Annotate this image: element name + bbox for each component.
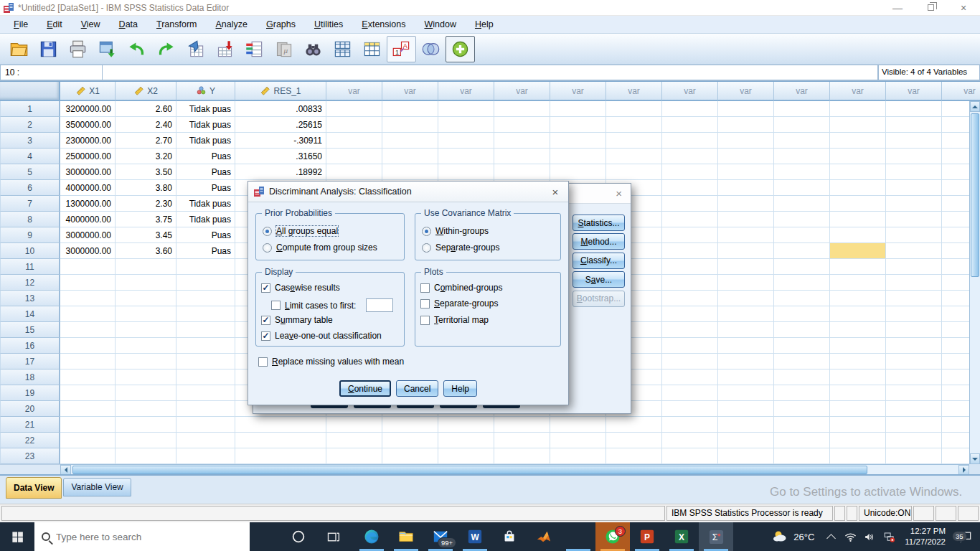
- cell-var[interactable]: [662, 133, 718, 149]
- cell-var[interactable]: [774, 180, 830, 196]
- cell-var[interactable]: [886, 259, 942, 275]
- row-header[interactable]: 7: [0, 196, 60, 212]
- cell-var[interactable]: [718, 291, 774, 306]
- cell-var[interactable]: [550, 101, 606, 117]
- cell-var[interactable]: [662, 243, 718, 259]
- cell-x1[interactable]: [60, 354, 116, 369]
- cell-var[interactable]: [718, 101, 774, 117]
- file-explorer-taskbar-button[interactable]: [389, 522, 423, 551]
- cortana-button[interactable]: [281, 522, 316, 551]
- cell-var[interactable]: [438, 448, 494, 464]
- cell-var[interactable]: [718, 259, 774, 275]
- store-taskbar-button[interactable]: [492, 522, 527, 551]
- cell-var[interactable]: [382, 448, 438, 464]
- open-data-button[interactable]: [4, 36, 34, 62]
- cancel-button[interactable]: Cancel: [396, 380, 438, 397]
- cell-y[interactable]: Tidak puas: [176, 133, 235, 149]
- cell-var[interactable]: [718, 275, 774, 291]
- cell-var[interactable]: [494, 149, 550, 164]
- cell-var[interactable]: [774, 275, 830, 291]
- cell-x1[interactable]: [60, 338, 116, 354]
- cell-var[interactable]: [774, 212, 830, 227]
- minimize-button[interactable]: —: [881, 0, 914, 16]
- cell-y[interactable]: Tidak puas: [176, 101, 235, 117]
- cell-x1[interactable]: [60, 275, 116, 291]
- edge-taskbar-button[interactable]: [354, 522, 389, 551]
- cell-var[interactable]: [886, 149, 942, 164]
- cell-y[interactable]: Tidak puas: [176, 196, 235, 212]
- cell-var[interactable]: [550, 117, 606, 133]
- cell-var[interactable]: [886, 243, 942, 259]
- cell-x2[interactable]: [116, 291, 176, 306]
- checkbox-icon[interactable]: [258, 357, 268, 367]
- cell-var[interactable]: [774, 149, 830, 164]
- checkbox-summary-table[interactable]: ✓Summary table: [261, 315, 333, 325]
- cell-x2[interactable]: 3.50: [116, 164, 176, 180]
- checkbox-icon[interactable]: ✓: [261, 316, 270, 325]
- cell-x1[interactable]: 3000000.00: [60, 243, 116, 259]
- cell-var[interactable]: [382, 101, 438, 117]
- start-button[interactable]: [0, 522, 34, 551]
- cell-var[interactable]: [550, 133, 606, 149]
- cell-var[interactable]: [550, 164, 606, 180]
- cell-var[interactable]: [830, 133, 886, 149]
- goto-case-button[interactable]: [181, 36, 210, 62]
- cell-var[interactable]: [774, 243, 830, 259]
- row-header[interactable]: 9: [0, 227, 60, 243]
- cell-var[interactable]: [550, 149, 606, 164]
- cell-var[interactable]: [326, 448, 382, 464]
- cell-y[interactable]: [176, 259, 235, 275]
- cell-x2[interactable]: [116, 417, 176, 433]
- cell-var[interactable]: [326, 433, 382, 448]
- sync-error-button[interactable]: [880, 530, 899, 544]
- cell-var[interactable]: [494, 448, 550, 464]
- cell-var[interactable]: [718, 164, 774, 180]
- checkbox-combined-groups[interactable]: Combined-groups: [420, 283, 502, 293]
- insert-cases-button[interactable]: [328, 36, 357, 62]
- cell-var[interactable]: [774, 306, 830, 322]
- cell-var[interactable]: [774, 385, 830, 401]
- column-header-res-1[interactable]: RES_1: [235, 82, 326, 101]
- cell-var[interactable]: [830, 117, 886, 133]
- cell-var[interactable]: [662, 448, 718, 464]
- parent-button-method[interactable]: Method...: [573, 233, 625, 250]
- cell-y[interactable]: [176, 401, 235, 417]
- row-header[interactable]: 18: [0, 369, 60, 385]
- cell-x1[interactable]: 3000000.00: [60, 164, 116, 180]
- cell-var[interactable]: [774, 433, 830, 448]
- cell-y[interactable]: [176, 322, 235, 338]
- row-header[interactable]: 2: [0, 117, 60, 133]
- cell-var[interactable]: [774, 117, 830, 133]
- row-header[interactable]: 15: [0, 322, 60, 338]
- cell-var[interactable]: [662, 338, 718, 354]
- save-button[interactable]: [34, 36, 63, 62]
- cell-var[interactable]: [494, 433, 550, 448]
- checkbox-icon[interactable]: [420, 283, 430, 293]
- column-header-var[interactable]: var: [718, 82, 774, 101]
- cell-var[interactable]: [718, 196, 774, 212]
- cell-x2[interactable]: [116, 322, 176, 338]
- cell-var[interactable]: [550, 433, 606, 448]
- menu-view[interactable]: View: [72, 17, 110, 32]
- cell-var[interactable]: [438, 433, 494, 448]
- cell-var[interactable]: [662, 196, 718, 212]
- cell-res-1[interactable]: .31650: [235, 149, 326, 164]
- radio-all-groups-equal[interactable]: All groups equal: [263, 226, 338, 236]
- horizontal-scrollbar[interactable]: [60, 464, 969, 474]
- cell-var[interactable]: [550, 417, 606, 433]
- menu-data[interactable]: Data: [110, 17, 147, 32]
- cell-var[interactable]: [718, 306, 774, 322]
- row-header[interactable]: 20: [0, 401, 60, 417]
- cell-x1[interactable]: 3500000.00: [60, 117, 116, 133]
- cell-x2[interactable]: 3.20: [116, 149, 176, 164]
- column-header-var[interactable]: var: [942, 82, 980, 101]
- cell-var[interactable]: [718, 369, 774, 385]
- row-header[interactable]: 14: [0, 306, 60, 322]
- cell-var[interactable]: [830, 212, 886, 227]
- row-header[interactable]: 23: [0, 448, 60, 464]
- chrome-taskbar-button[interactable]: [561, 522, 595, 551]
- cell-y[interactable]: Puas: [176, 164, 235, 180]
- cell-var[interactable]: [886, 227, 942, 243]
- action-center-button[interactable]: 35: [951, 529, 980, 544]
- cell-var[interactable]: [718, 133, 774, 149]
